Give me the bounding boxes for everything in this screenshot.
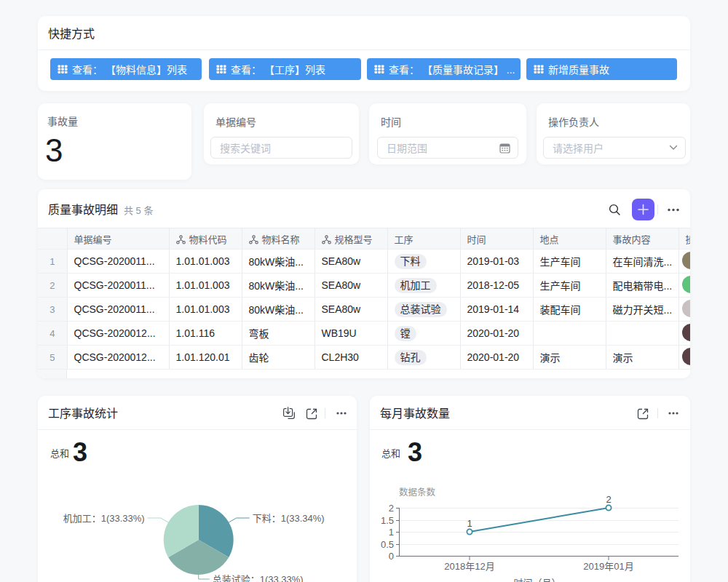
svg-text:1: 1 [467, 518, 472, 529]
svg-text:机加工：1(33.33%): 机加工：1(33.33%) [63, 513, 145, 524]
svg-text:1: 1 [389, 527, 394, 538]
svg-text:1.5: 1.5 [381, 515, 394, 526]
svg-text:2018年12月: 2018年12月 [444, 561, 494, 572]
svg-text:下料：1(33.34%): 下料：1(33.34%) [253, 513, 325, 524]
svg-text:数据条数: 数据条数 [399, 487, 436, 498]
svg-text:2019年01月: 2019年01月 [583, 561, 633, 572]
svg-text:2: 2 [606, 494, 611, 505]
svg-text:总装试验：1(33.33%): 总装试验：1(33.33%) [213, 574, 304, 582]
svg-text:0.5: 0.5 [381, 539, 394, 550]
svg-text:2: 2 [389, 503, 394, 514]
svg-text:时间（月）: 时间（月） [513, 578, 561, 582]
svg-text:0: 0 [389, 551, 394, 562]
